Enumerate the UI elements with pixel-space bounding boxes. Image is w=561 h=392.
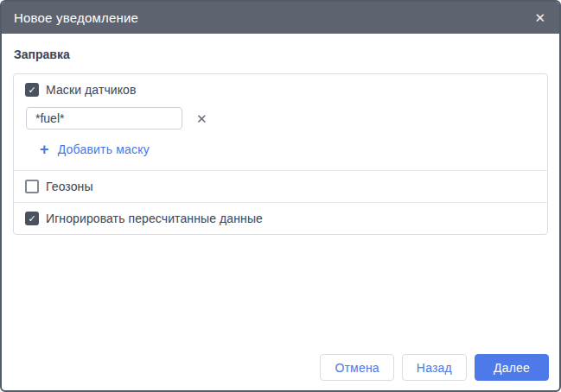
ignore-recalculated-label: Игнорировать пересчитанные данные	[46, 212, 263, 225]
dialog-body: Заправка ✓ Маски датчиков ✕ + Добавить м…	[2, 34, 559, 390]
geofences-checkbox[interactable]	[25, 180, 39, 193]
back-button[interactable]: Назад	[402, 354, 467, 381]
check-icon: ✓	[28, 214, 35, 224]
sensor-masks-section: ✓ Маски датчиков ✕ + Добавить маску	[14, 74, 547, 170]
add-mask-label: Добавить маску	[58, 142, 150, 156]
dialog-title: Новое уведомление	[14, 10, 532, 25]
ignore-recalculated-checkbox[interactable]: ✓	[25, 212, 39, 225]
mask-input[interactable]	[26, 107, 182, 130]
geofences-label: Геозоны	[46, 180, 93, 193]
new-notification-dialog: Новое уведомление ✕ Заправка ✓ Маски дат…	[0, 0, 561, 392]
next-button[interactable]: Далее	[475, 354, 549, 381]
remove-mask-icon[interactable]: ✕	[196, 112, 207, 125]
mask-input-row: ✕	[26, 107, 536, 130]
sensor-masks-checkbox[interactable]: ✓	[25, 83, 39, 97]
check-icon: ✓	[28, 85, 35, 95]
cancel-button[interactable]: Отмена	[320, 354, 393, 381]
ignore-recalculated-row[interactable]: ✓ Игнорировать пересчитанные данные	[14, 202, 547, 234]
plus-icon: +	[40, 142, 49, 157]
section-label-refueling: Заправка	[14, 47, 548, 61]
dialog-footer: Отмена Назад Далее	[320, 354, 549, 381]
options-group: ✓ Маски датчиков ✕ + Добавить маску Геоз…	[13, 73, 548, 235]
close-icon[interactable]: ✕	[532, 8, 547, 28]
sensor-masks-label: Маски датчиков	[46, 83, 137, 97]
geofences-row[interactable]: Геозоны	[14, 170, 547, 202]
dialog-header: Новое уведомление ✕	[2, 2, 559, 34]
sensor-masks-row[interactable]: ✓ Маски датчиков	[25, 83, 536, 97]
add-mask-link[interactable]: + Добавить маску	[40, 142, 150, 157]
